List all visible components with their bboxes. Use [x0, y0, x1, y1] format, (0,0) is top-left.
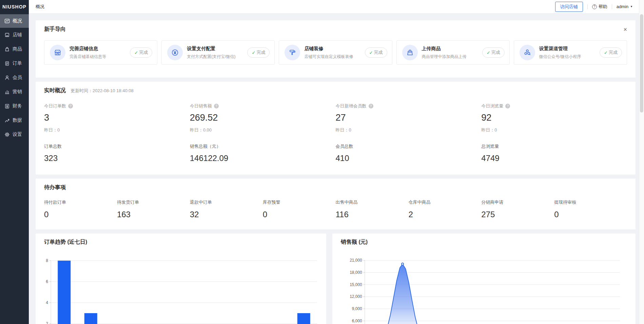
stat-yesterday: 昨日：0 — [44, 127, 190, 133]
question-icon[interactable]: ? — [214, 104, 219, 108]
sales-amount-card: 销售额 (元) 21,00018,00015,00012,0009,0006,0… — [332, 234, 636, 324]
total-label: 销售总额（元） — [190, 143, 336, 149]
question-icon[interactable]: ? — [369, 104, 373, 108]
guide-card-desc: 店铺可实现自定义模板装修 — [304, 54, 360, 60]
todo-label: 退款中订单 — [190, 199, 263, 205]
guide-card-channels[interactable]: 设置渠道管理 微信公众号/微信小程序 ✓完成 — [514, 40, 627, 65]
help-label: 帮助 — [599, 4, 607, 10]
guide-card-shop-info[interactable]: 完善店铺信息 完善店铺基础信息等 ✓完成 — [44, 40, 157, 65]
guide-card-desc: 微信公众号/微信小程序 — [539, 54, 596, 60]
sidebar-item-label: 店铺 — [13, 32, 22, 38]
guide-title: 新手导向 — [44, 26, 66, 33]
done-label: 完成 — [139, 49, 148, 56]
check-icon: ✓ — [134, 50, 138, 55]
sidebar-item-label: 订单 — [13, 60, 22, 66]
stat-total-members: 会员总数 410 — [336, 143, 482, 163]
stat-label: 今日订单数 — [44, 103, 66, 109]
sidebar-item-marketing[interactable]: 营销 — [0, 85, 29, 99]
storefront-icon — [50, 45, 65, 60]
help-link[interactable]: ? 帮助 — [592, 4, 607, 10]
paint-roller-icon — [285, 45, 300, 60]
question-icon[interactable]: ? — [68, 104, 73, 108]
sidebar-item-goods[interactable]: 商品 — [0, 42, 29, 56]
sidebar-item-settings[interactable]: 设置 — [0, 127, 29, 142]
help-icon: ? — [592, 4, 597, 9]
total-value: 146122.09 — [190, 154, 336, 163]
todo-item-withdrawal-review[interactable]: 提现待审核 0 — [554, 199, 627, 219]
done-badge[interactable]: ✓完成 — [482, 47, 505, 58]
stat-total-orders: 订单总数 323 — [44, 143, 190, 163]
done-badge[interactable]: ✓完成 — [600, 47, 622, 58]
scrollbar[interactable] — [639, 0, 644, 324]
svg-text:6,000: 6,000 — [352, 319, 362, 323]
guide-card-desc: 商品管理中添加商品上传 — [422, 54, 478, 60]
divider — [587, 4, 588, 9]
todo-item-to-ship-orders[interactable]: 待发货订单 163 — [117, 199, 190, 219]
guide-grid: 完善店铺信息 完善店铺基础信息等 ✓完成 设置支付配置 支付方式配置(支付宝/微… — [44, 40, 627, 65]
total-value: 410 — [336, 154, 482, 163]
sidebar-item-shop[interactable]: 店铺 — [0, 28, 29, 42]
finance-icon — [4, 103, 10, 109]
sidebar-item-order[interactable]: 订单 — [0, 56, 29, 70]
guide-card-upload-goods[interactable]: 上传商品 商品管理中添加商品上传 ✓完成 — [396, 40, 510, 65]
stat-today-new-members: 今日新增会员数? 27 昨日：0 — [336, 103, 482, 133]
stat-value: 3 — [44, 113, 190, 123]
user-menu[interactable]: admin ▼ — [617, 4, 633, 9]
order-trend-title: 订单趋势 (近七日) — [36, 239, 326, 246]
chevron-down-icon: ▼ — [630, 5, 633, 8]
sidebar-item-overview[interactable]: 概况 — [0, 14, 29, 28]
main-content: 新手导向 × 完善店铺信息 完善店铺基础信息等 ✓完成 设置支付配置 支付方式配… — [29, 14, 639, 324]
update-time-value: 2022-08-10 18:40:08 — [93, 88, 134, 93]
sidebar-item-member[interactable]: 会员 — [0, 70, 29, 85]
done-label: 完成 — [374, 49, 383, 56]
stat-value: 92 — [481, 113, 627, 123]
sidebar-item-finance[interactable]: 财务 — [0, 99, 29, 113]
sales-amount-chart: 21,00018,00015,00012,0009,0006,0003,000 — [332, 247, 636, 324]
todo-item-refunding-orders[interactable]: 退款中订单 32 — [190, 199, 263, 219]
todo-label: 出售中商品 — [336, 199, 409, 205]
sidebar-item-data[interactable]: 数据 — [0, 113, 29, 127]
guide-card-decorate[interactable]: 店铺装修 店铺可实现自定义模板装修 ✓完成 — [279, 40, 392, 65]
shopping-bag-icon — [402, 45, 418, 60]
scrollbar-thumb[interactable] — [640, 14, 643, 113]
svg-text:2: 2 — [46, 321, 48, 324]
close-icon[interactable]: × — [623, 26, 627, 33]
check-icon: ✓ — [604, 50, 608, 55]
pay-yuan-icon — [167, 45, 183, 60]
username: admin — [617, 4, 628, 9]
check-icon: ✓ — [487, 50, 490, 55]
todo-value: 275 — [481, 210, 554, 219]
settings-icon — [4, 132, 10, 137]
svg-text:6: 6 — [46, 279, 48, 284]
guide-card-title: 设置渠道管理 — [539, 46, 596, 52]
svg-text:9,000: 9,000 — [352, 306, 362, 311]
guide-card-payment[interactable]: 设置支付配置 支付方式配置(支付宝/微信) ✓完成 — [161, 40, 275, 65]
stat-label: 今日新增会员数 — [336, 103, 367, 109]
todo-label: 待发货订单 — [117, 199, 190, 205]
todo-value: 32 — [190, 210, 263, 219]
todo-label: 分销商申请 — [481, 199, 554, 205]
data-icon — [4, 118, 10, 123]
overview-icon — [4, 18, 10, 24]
done-label: 完成 — [609, 49, 618, 56]
guide-card-desc: 完善店铺基础信息等 — [70, 54, 126, 60]
app-logo: NIUSHOP — [0, 0, 29, 14]
visit-shop-button[interactable]: 访问店铺 — [555, 2, 583, 12]
done-badge[interactable]: ✓完成 — [365, 47, 387, 58]
todo-item-unpaid-orders[interactable]: 待付款订单 0 — [44, 199, 117, 219]
todo-item-warehouse-goods[interactable]: 仓库中商品 2 — [408, 199, 481, 219]
done-badge[interactable]: ✓完成 — [130, 47, 152, 58]
todo-value: 163 — [117, 210, 190, 219]
stat-yesterday: 昨日：0 — [481, 127, 627, 133]
total-label: 订单总数 — [44, 143, 190, 149]
update-time-label: 更新时间： — [71, 88, 93, 93]
todo-label: 待付款订单 — [44, 199, 117, 205]
todo-item-stock-warning[interactable]: 库存预警 0 — [263, 199, 336, 219]
stat-total-sales: 销售总额（元） 146122.09 — [190, 143, 336, 163]
question-icon[interactable]: ? — [505, 104, 510, 108]
done-badge[interactable]: ✓完成 — [247, 47, 270, 58]
shop-icon — [4, 32, 10, 38]
sidebar-item-label: 概况 — [13, 18, 22, 24]
todo-item-distributor-applications[interactable]: 分销商申请 275 — [481, 199, 554, 219]
todo-item-on-sale-goods[interactable]: 出售中商品 116 — [336, 199, 409, 219]
